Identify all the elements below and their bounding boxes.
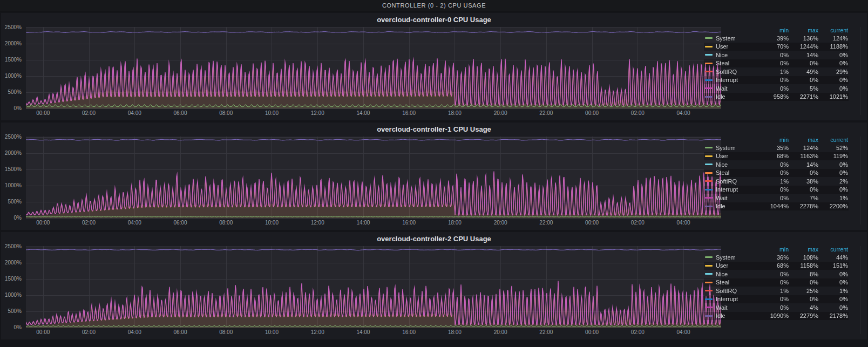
legend-color-swatch-icon[interactable] <box>705 273 713 275</box>
legend-value-min: 68% <box>759 153 789 159</box>
legend-series-name[interactable]: Idle <box>716 93 759 100</box>
legend-column-max[interactable]: max <box>789 137 818 143</box>
legend-series-name[interactable]: Steal <box>716 279 759 285</box>
legend-series-name[interactable]: SoftIRQ <box>716 69 759 75</box>
legend-value-min: 0% <box>759 161 789 168</box>
legend-color-swatch-icon[interactable] <box>705 87 713 89</box>
x-tick-label: 14:00 <box>356 329 370 335</box>
legend-column-max[interactable]: max <box>789 246 818 253</box>
panel-title-1[interactable]: overcloud-controller-1 CPU Usage <box>1 123 867 136</box>
legend-series-name[interactable]: SoftIRQ <box>716 288 759 294</box>
legend-value-max: 2278% <box>789 203 818 209</box>
cpu-usage-graph-2[interactable] <box>26 246 721 328</box>
legend-color-swatch-icon[interactable] <box>705 265 713 267</box>
legend-series-name[interactable]: Nice <box>716 52 759 58</box>
legend-value-max: 124% <box>789 145 818 151</box>
legend-value-current: 0% <box>818 186 848 193</box>
x-tick-label: 00:00 <box>585 110 599 116</box>
legend-value-max: 108% <box>789 254 818 261</box>
cpu-usage-graph-0[interactable] <box>26 27 721 109</box>
legend-color-swatch-icon[interactable] <box>705 79 713 81</box>
legend-color-swatch-icon[interactable] <box>705 307 713 308</box>
legend-row-user: User68%1158%151% <box>704 262 849 270</box>
legend-series-name[interactable]: User <box>716 153 759 159</box>
legend-value-current: 44% <box>818 254 848 261</box>
legend-color-swatch-icon[interactable] <box>705 290 713 291</box>
legend-series-name[interactable]: Steal <box>716 60 759 66</box>
legend-column-min[interactable]: min <box>759 27 789 33</box>
panel-title-2[interactable]: overcloud-controller-2 CPU Usage <box>1 232 867 246</box>
legend-column-current[interactable]: current <box>818 27 848 33</box>
legend-series-name[interactable]: Nice <box>716 271 759 277</box>
legend-series-name[interactable]: System <box>716 254 759 261</box>
legend-value-min: 0% <box>759 279 789 285</box>
legend-color-swatch-icon[interactable] <box>705 155 713 157</box>
legend-series-name[interactable]: Wait <box>716 195 759 201</box>
legend-series-name[interactable]: Idle <box>716 312 759 319</box>
legend-series-name[interactable]: Interrupt <box>716 186 759 193</box>
legend-color-swatch-icon[interactable] <box>705 256 713 258</box>
legend-series-name[interactable]: Wait <box>716 85 759 92</box>
legend-color-swatch-icon[interactable] <box>705 282 713 283</box>
legend-row-nice: Nice0%14%0% <box>704 51 849 59</box>
x-tick-label: 20:00 <box>494 329 507 335</box>
row-title[interactable]: CONTROLLER (0 - 2) CPU USAGE <box>0 0 868 11</box>
legend-color-swatch-icon[interactable] <box>705 315 713 317</box>
legend-row-idle: Idle1044%2278%2200% <box>704 202 849 211</box>
legend-value-min: 1% <box>759 288 789 294</box>
legend-color-swatch-icon[interactable] <box>705 197 713 199</box>
legend-series-name[interactable]: Idle <box>716 203 759 209</box>
x-tick-label: 18:00 <box>448 110 462 116</box>
legend-color-swatch-icon[interactable] <box>705 46 713 47</box>
panel-controller-2: overcloud-controller-2 CPU Usage 0%500%1… <box>1 232 867 339</box>
legend-color-swatch-icon[interactable] <box>705 63 713 64</box>
legend-value-max: 1163% <box>789 153 818 159</box>
legend-color-swatch-icon[interactable] <box>705 147 713 148</box>
legend-1: minmaxcurrentSystem35%124%52%User68%1163… <box>704 136 849 210</box>
panel-title-0[interactable]: overcloud-controller-0 CPU Usage <box>1 13 867 26</box>
legend-column-current[interactable]: current <box>818 246 848 253</box>
legend-value-min: 0% <box>759 186 789 193</box>
legend-color-swatch-icon[interactable] <box>705 180 713 182</box>
x-tick-label: 12:00 <box>311 220 324 226</box>
legend-row-softirq: SoftIRQ1%25%1% <box>704 287 849 295</box>
legend-color-swatch-icon[interactable] <box>705 71 713 72</box>
legend-series-name[interactable]: System <box>716 145 759 151</box>
y-axis-2: 0%500%1000%1500%2000%2500% <box>1 246 24 328</box>
legend-value-min: 1% <box>759 178 789 185</box>
legend-series-name[interactable]: Nice <box>716 161 759 168</box>
x-tick-label: 04:00 <box>128 110 141 116</box>
y-tick-label: 500% <box>1 199 22 205</box>
legend-color-swatch-icon[interactable] <box>705 164 713 165</box>
legend-color-swatch-icon[interactable] <box>705 298 713 300</box>
legend-series-name[interactable]: Interrupt <box>716 77 759 83</box>
legend-series-name[interactable]: Steal <box>716 169 759 176</box>
legend-column-min[interactable]: min <box>759 246 789 253</box>
legend-color-swatch-icon[interactable] <box>705 37 713 39</box>
legend-column-max[interactable]: max <box>789 27 818 33</box>
legend-color-swatch-icon[interactable] <box>705 172 713 174</box>
legend-color-swatch-icon[interactable] <box>705 54 713 56</box>
x-tick-label: 04:00 <box>677 329 690 335</box>
legend-row-wait: Wait0%5%0% <box>704 84 849 93</box>
legend-color-swatch-icon[interactable] <box>705 96 713 98</box>
legend-column-current[interactable]: current <box>818 137 848 143</box>
legend-value-max: 49% <box>789 69 818 75</box>
x-tick-label: 04:00 <box>128 329 141 335</box>
legend-value-current: 52% <box>818 145 848 151</box>
legend-series-name[interactable]: SoftIRQ <box>716 178 759 185</box>
legend-series-name[interactable]: User <box>716 43 759 50</box>
legend-series-name[interactable]: User <box>716 262 759 269</box>
legend-color-swatch-icon[interactable] <box>705 189 713 190</box>
legend-series-name[interactable]: Interrupt <box>716 296 759 302</box>
legend-header: minmaxcurrent <box>704 246 849 253</box>
legend-value-max: 0% <box>789 279 818 285</box>
legend-color-swatch-icon[interactable] <box>705 206 713 207</box>
x-axis-0: 00:0002:0004:0006:0008:0010:0012:0014:00… <box>26 110 721 117</box>
legend-column-min[interactable]: min <box>759 137 789 143</box>
cpu-usage-graph-1[interactable] <box>26 137 721 219</box>
legend-series-name[interactable]: Wait <box>716 304 759 311</box>
legend-value-max: 136% <box>789 35 818 42</box>
legend-series-name[interactable]: System <box>716 35 759 42</box>
legend-value-min: 0% <box>759 85 789 92</box>
